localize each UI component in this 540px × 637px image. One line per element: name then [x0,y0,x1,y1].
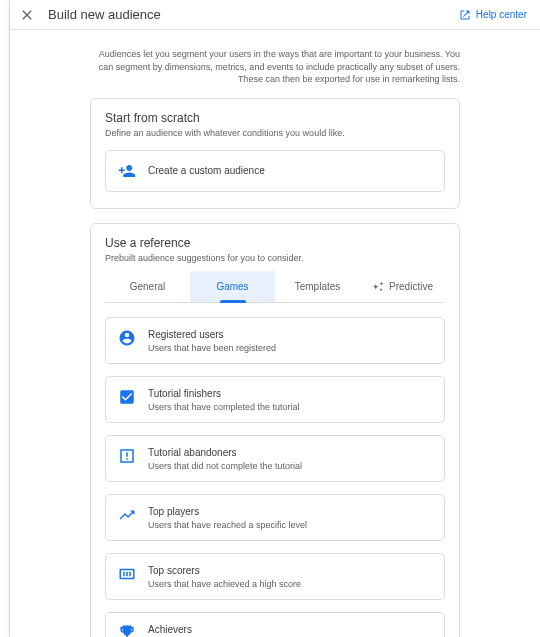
suggestion-achievers[interactable]: Achievers Users that have unlocked a spe… [105,612,445,637]
alert-box-icon [118,447,136,465]
suggestion-title: Achievers [148,623,343,636]
person-add-icon [118,162,136,180]
help-center-label: Help center [476,9,527,20]
svg-rect-0 [126,452,128,457]
reference-tabs: General Games Templates Predictive [105,271,445,303]
tab-predictive-label: Predictive [389,281,433,292]
suggestion-top-players[interactable]: Top players Users that have reached a sp… [105,494,445,541]
create-custom-audience-button[interactable]: Create a custom audience [105,150,445,192]
create-custom-audience-label: Create a custom audience [148,165,265,176]
tab-templates[interactable]: Templates [275,271,360,302]
trending-up-icon [118,506,136,524]
suggestion-list: Registered users Users that have been re… [91,303,459,637]
tab-templates-label: Templates [295,281,341,292]
content-area: Audiences let you segment your users in … [10,30,540,637]
suggestion-desc: Users that have completed the tutorial [148,402,300,412]
tab-games-label: Games [216,281,248,292]
suggestion-title: Registered users [148,328,276,341]
suggestion-title: Top scorers [148,564,301,577]
suggestion-title: Tutorial finishers [148,387,300,400]
suggestion-tutorial-finishers[interactable]: Tutorial finishers Users that have compl… [105,376,445,423]
user-circle-icon [118,329,136,347]
page-title: Build new audience [48,7,161,22]
close-button[interactable] [18,6,36,24]
scoreboard-icon [118,565,136,583]
tab-general-label: General [130,281,166,292]
topbar: Build new audience Help center [10,0,540,30]
start-from-scratch-card: Start from scratch Define an audience wi… [90,98,460,209]
suggestion-tutorial-abandoners[interactable]: Tutorial abandoners Users that did not c… [105,435,445,482]
open-external-icon [459,9,471,21]
svg-rect-1 [126,458,128,460]
suggestion-title: Tutorial abandoners [148,446,302,459]
scratch-title: Start from scratch [105,111,445,125]
sparkle-icon [372,281,384,293]
scratch-subtitle: Define an audience with whatever conditi… [105,128,445,138]
suggestion-desc: Users that have reached a specific level [148,520,307,530]
close-icon [19,7,35,23]
reference-title: Use a reference [105,236,445,250]
suggestion-desc: Users that have been registered [148,343,276,353]
tab-games[interactable]: Games [190,271,275,302]
suggestion-desc: Users that did not complete the tutorial [148,461,302,471]
suggestion-top-scorers[interactable]: Top scorers Users that have achieved a h… [105,553,445,600]
check-box-icon [118,388,136,406]
help-center-link[interactable]: Help center [459,9,527,21]
backdrop-panel [0,0,10,637]
intro-text: Audiences let you segment your users in … [90,48,460,86]
audience-builder-sheet: Build new audience Help center Audiences… [10,0,540,637]
reference-subtitle: Prebuilt audience suggestions for you to… [105,253,445,263]
tab-predictive[interactable]: Predictive [360,271,445,302]
suggestion-registered-users[interactable]: Registered users Users that have been re… [105,317,445,364]
suggestion-desc: Users that have achieved a high score [148,579,301,589]
trophy-icon [118,624,136,637]
tab-general[interactable]: General [105,271,190,302]
use-reference-card: Use a reference Prebuilt audience sugges… [90,223,460,637]
suggestion-title: Top players [148,505,307,518]
